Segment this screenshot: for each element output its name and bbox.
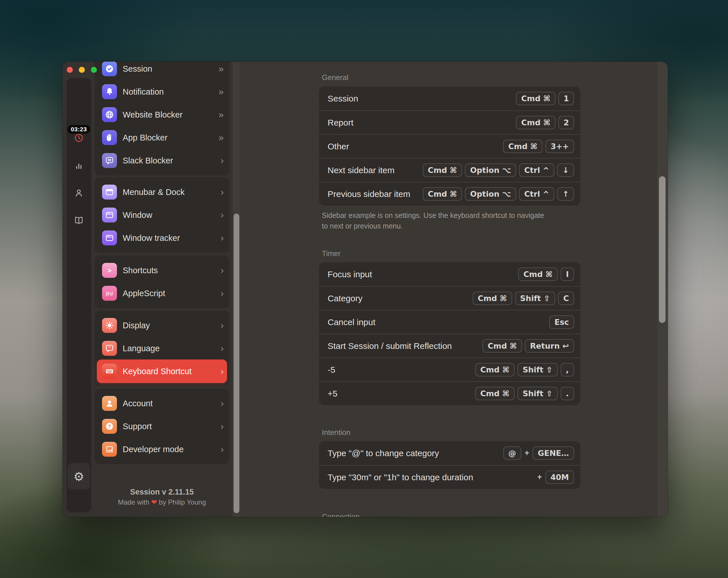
keycap[interactable]: Ctrl ^ xyxy=(519,164,554,177)
zoom-button[interactable] xyxy=(91,67,97,73)
keycap[interactable]: Cmd ⌘ xyxy=(473,292,512,305)
shortcuts-icon: > xyxy=(102,263,117,278)
keycap[interactable]: Cmd ⌘ xyxy=(475,363,515,376)
double-chevron-right-icon: ›› xyxy=(218,133,224,143)
book-icon[interactable] xyxy=(67,215,91,226)
double-chevron-right-icon: ›› xyxy=(218,87,224,97)
shortcut-keys: +40M xyxy=(537,471,574,484)
keycap[interactable]: Cmd ⌘ xyxy=(503,140,543,153)
sidebar-item-notification[interactable]: Notification›› xyxy=(95,80,229,103)
sidebar-item-label: Display xyxy=(123,321,220,330)
keycap[interactable]: Cmd ⌘ xyxy=(483,339,522,353)
hand-icon xyxy=(102,130,117,145)
shortcut-keys: Cmd ⌘1 xyxy=(516,92,574,105)
bar-chart-icon[interactable] xyxy=(67,160,91,171)
sidebar-item-website-blocker[interactable]: Website Blocker›› xyxy=(95,103,229,126)
sidebar-item-account[interactable]: Account› xyxy=(95,392,229,415)
keycap[interactable]: . xyxy=(561,387,574,400)
keycap[interactable]: 1 xyxy=(558,92,574,105)
keycap[interactable]: C xyxy=(558,292,574,305)
plus-separator: + xyxy=(525,449,529,458)
chevron-right-icon: › xyxy=(220,344,224,353)
keycap[interactable]: 3++ xyxy=(545,140,574,153)
keycap[interactable]: 2 xyxy=(558,116,574,129)
shortcut-row: Previous sidebar itemCmd ⌘Option ⌥Ctrl ^… xyxy=(319,182,580,206)
keycap[interactable]: GENE… xyxy=(532,446,574,460)
shortcut-keys: Cmd ⌘2 xyxy=(516,116,574,129)
person-outline-icon[interactable] xyxy=(67,188,91,198)
shortcuts-panel: GeneralSessionCmd ⌘1ReportCmd ⌘2OtherCmd… xyxy=(240,61,657,517)
sidebar-item-language[interactable]: ”Language› xyxy=(95,337,229,360)
minimize-button[interactable] xyxy=(79,67,85,73)
chevron-right-icon: › xyxy=(220,367,224,376)
shortcut-label: Focus input xyxy=(328,270,518,279)
sidebar-item-session[interactable]: Session›› xyxy=(95,61,229,80)
shortcut-label: Type "30m" or "1h" to change duration xyxy=(328,473,537,482)
shortcut-row: Start Session / submit ReflectionCmd ⌘Re… xyxy=(319,334,580,357)
keycap[interactable]: , xyxy=(561,363,574,376)
close-button[interactable] xyxy=(67,67,73,73)
icon-rail: ⚙ xyxy=(67,78,91,512)
sidebar-item-label: Keyboard Shortcut xyxy=(123,367,220,376)
keycap[interactable]: Cmd ⌘ xyxy=(423,187,462,201)
shortcut-keys: Cmd ⌘Option ⌥Ctrl ^↓ xyxy=(423,164,574,177)
sidebar-item-label: Shortcuts xyxy=(123,266,220,275)
shortcut-row: Type "30m" or "1h" to change duration+40… xyxy=(319,465,580,489)
keycap[interactable]: Shift ⇧ xyxy=(515,292,555,305)
keycap[interactable]: Cmd ⌘ xyxy=(516,116,555,129)
sidebar-item-keyboard-shortcut[interactable]: Keyboard Shortcut› xyxy=(95,360,229,383)
shortcut-row: Cancel inputEsc xyxy=(319,310,580,334)
shortcut-row: SessionCmd ⌘1 xyxy=(319,86,580,110)
keycap[interactable]: Cmd ⌘ xyxy=(423,164,462,177)
keyboard-icon xyxy=(102,364,117,379)
keycap[interactable]: Option ⌥ xyxy=(465,164,516,177)
sidebar-item-window-tracker[interactable]: Window tracker› xyxy=(95,226,229,249)
sidebar-item-label: Notification xyxy=(123,87,218,97)
window-controls xyxy=(67,67,97,73)
shortcut-row: OtherCmd ⌘3++ xyxy=(319,134,580,158)
keycap[interactable]: Option ⌥ xyxy=(465,187,516,201)
sidebar-item-app-blocker[interactable]: App Blocker›› xyxy=(95,126,229,149)
sidebar-item-label: Window xyxy=(123,210,220,220)
sidebar-group-4: Display›”Language›Keyboard Shortcut› xyxy=(95,310,229,386)
keycap[interactable]: Return ↩ xyxy=(525,339,574,353)
sidebar-item-label: Support xyxy=(123,422,220,431)
menubar-icon xyxy=(102,185,117,200)
sidebar-item-slack-blocker[interactable]: Slack Blocker› xyxy=(95,149,229,172)
sidebar-scrollbar-thumb[interactable] xyxy=(234,213,239,513)
clock-icon[interactable] xyxy=(67,133,91,143)
window-icon xyxy=(102,207,117,223)
main-scrollbar-thumb[interactable] xyxy=(659,176,666,323)
keycap[interactable]: Cmd ⌘ xyxy=(475,387,515,400)
shortcut-label: Previous sidebar item xyxy=(328,189,423,199)
keycap[interactable]: 40M xyxy=(545,471,574,484)
keycap[interactable]: Ctrl ^ xyxy=(519,187,554,201)
chevron-right-icon: › xyxy=(220,422,224,431)
shortcut-label: Next sidebar item xyxy=(328,166,423,175)
sidebar-item-window[interactable]: Window› xyxy=(95,204,229,226)
keycap[interactable]: @ xyxy=(503,446,521,460)
keycap[interactable]: Shift ⇧ xyxy=(517,363,558,376)
sidebar-item-label: Window tracker xyxy=(123,233,220,243)
sidebar-group-2: Menubar & Dock›Window›Window tracker› xyxy=(95,177,229,253)
sidebar-item-menubar-dock[interactable]: Menubar & Dock› xyxy=(95,181,229,204)
sidebar-item-developer-mode[interactable]: Developer mode› xyxy=(95,438,229,461)
sidebar-item-applescript[interactable]: f(x)AppleScript› xyxy=(95,282,229,305)
keycap[interactable]: Cmd ⌘ xyxy=(518,268,558,281)
shortcut-keys: Esc xyxy=(549,316,574,329)
sidebar-item-support[interactable]: ?Support› xyxy=(95,415,229,438)
sidebar-item-label: App Blocker xyxy=(123,133,218,143)
sidebar-item-label: Developer mode xyxy=(123,445,220,454)
keycap[interactable]: Cmd ⌘ xyxy=(516,92,555,105)
gear-icon[interactable]: ⚙ xyxy=(67,470,91,483)
sidebar-item-display[interactable]: Display› xyxy=(95,314,229,337)
section-header-intention: Intention xyxy=(322,428,350,437)
sidebar-item-shortcuts[interactable]: >Shortcuts› xyxy=(95,259,229,282)
keycap[interactable]: Shift ⇧ xyxy=(517,387,558,400)
shortcut-label: Start Session / submit Reflection xyxy=(328,341,483,351)
keycap[interactable]: ↓ xyxy=(557,164,574,177)
keycap[interactable]: I xyxy=(561,268,574,281)
keycap[interactable]: Esc xyxy=(549,316,574,329)
keycap[interactable]: ↑ xyxy=(557,187,574,201)
shortcut-keys: Cmd ⌘Shift ⇧C xyxy=(473,292,574,305)
